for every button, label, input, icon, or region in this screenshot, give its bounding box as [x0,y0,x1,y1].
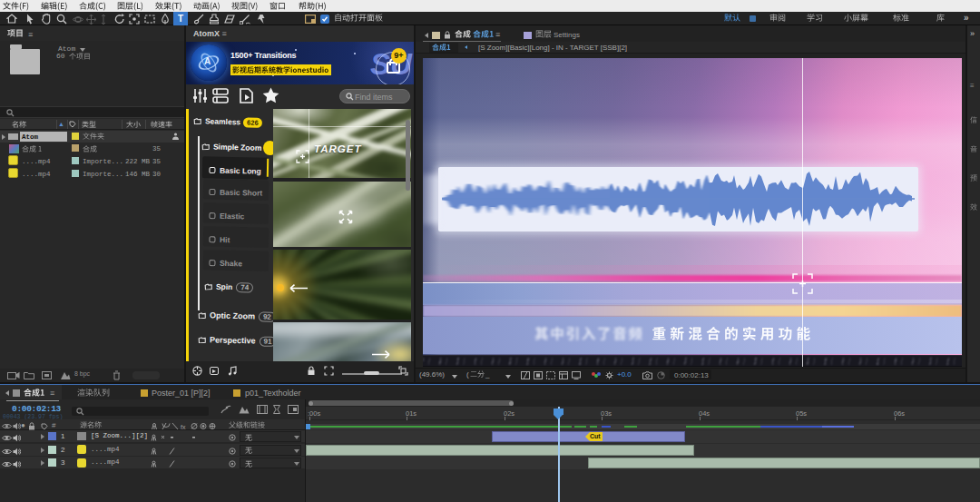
svg-text:fx: fx [181,424,186,430]
